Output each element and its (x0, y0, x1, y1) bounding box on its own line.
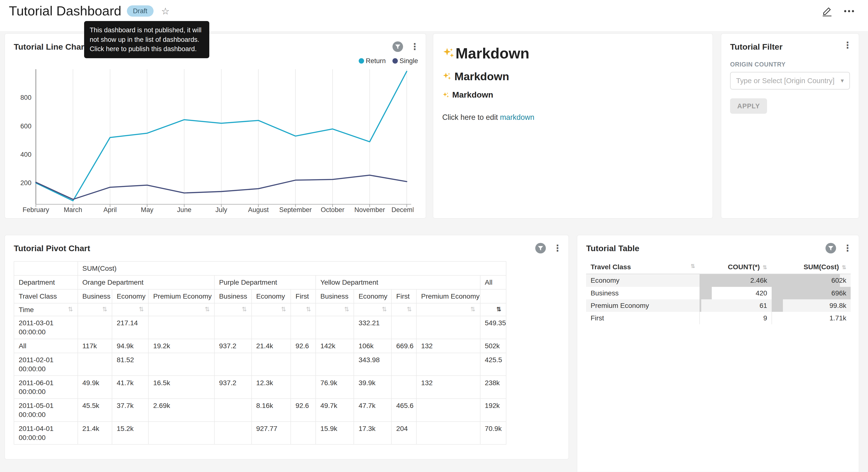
pivot-row-label: 2011-03-0100:00:00 (14, 316, 78, 339)
pivot-value-cell: 937.2 (214, 339, 252, 353)
pivot-value-cell: 47.7k (354, 399, 392, 422)
sort-icon[interactable]: ⇅ (470, 305, 475, 313)
header-actions (822, 6, 859, 17)
sort-icon[interactable]: ⇅ (68, 305, 73, 313)
sparkles-icon (442, 92, 450, 99)
sort-icon[interactable]: ⇅ (690, 263, 695, 269)
select-placeholder: Type or Select [Origin Country] (736, 77, 835, 85)
pivot-value-cell: 15.9k (316, 422, 354, 445)
pivot-value-cell (416, 399, 480, 422)
pivot-value-cell: 94.9k (112, 339, 148, 353)
markdown-link[interactable]: markdown (500, 113, 534, 121)
draft-tooltip[interactable]: This dashboard is not published, it will… (84, 21, 209, 58)
sort-icon[interactable]: ⇅ (306, 305, 311, 313)
pivot-value-cell: 21.4k (78, 422, 112, 445)
origin-country-select[interactable]: Type or Select [Origin Country] ▾ (730, 72, 850, 89)
chart-options-icon[interactable]: ⋮ (553, 244, 562, 253)
markdown-paragraph-text: Click here to edit (442, 113, 500, 121)
sort-icon[interactable]: ⇅ (496, 305, 501, 313)
column-header[interactable]: SUM(Cost)⇅ (772, 260, 851, 274)
pivot-sort-cell: ⇅ (480, 303, 506, 316)
sort-icon[interactable]: ⇅ (763, 264, 767, 270)
pivot-sort-cell: ⇅ (148, 303, 214, 316)
favorite-star-icon[interactable]: ☆ (161, 6, 170, 17)
pivot-value-cell (148, 353, 214, 376)
pivot-value-cell (78, 353, 112, 376)
table-row: First91.71k (586, 312, 850, 324)
pivot-value-cell (252, 353, 291, 376)
sort-icon[interactable]: ⇅ (344, 305, 349, 313)
markdown-h3: Markdown (442, 90, 704, 99)
card-actions: ⋮ (392, 41, 419, 53)
legend-item-return[interactable]: Return (359, 57, 386, 65)
pivot-col-header: Premium Economy (416, 289, 480, 303)
pivot-value-cell: 937.2 (214, 376, 252, 399)
pivot-sort-cell: ⇅ (252, 303, 291, 316)
table-card: Tutorial Table ⋮ Travel Class⇅COUNT(*)⇅S… (577, 235, 859, 472)
pivot-table: SUM(Cost)DepartmentOrange DepartmentPurp… (14, 261, 506, 445)
sort-icon[interactable]: ⇅ (139, 305, 144, 313)
pivot-value-cell: 117k (78, 339, 112, 353)
card-title: Tutorial Pivot Chart (14, 243, 560, 254)
pivot-col-group-header: Orange Department (78, 275, 214, 289)
markdown-h1-text: Markdown (456, 45, 529, 62)
pivot-value-cell: 549.35 (480, 316, 506, 339)
pivot-value-cell: 204 (392, 422, 416, 445)
legend-item-single[interactable]: Single (393, 57, 418, 65)
markdown-h2-text: Markdown (454, 70, 509, 83)
pivot-value-cell (392, 376, 416, 399)
pivot-value-cell (252, 316, 291, 339)
sort-icon[interactable]: ⇅ (407, 305, 412, 313)
filter-indicator-icon[interactable] (535, 242, 547, 254)
svg-text:April: April (103, 206, 117, 213)
svg-text:400: 400 (20, 151, 31, 158)
svg-text:December: December (392, 206, 413, 213)
pivot-value-cell (291, 376, 316, 399)
pivot-col-group-header: Purple Department (214, 275, 316, 289)
more-actions-icon[interactable] (843, 6, 855, 17)
column-header[interactable]: Travel Class⇅ (586, 260, 700, 274)
cell-travel-class: Premium Economy (586, 299, 700, 312)
pivot-sort-cell: ⇅ (214, 303, 252, 316)
pivot-value-cell: 132 (416, 339, 480, 353)
sort-icon[interactable]: ⇅ (382, 305, 387, 313)
sort-icon[interactable]: ⇅ (242, 305, 247, 313)
pivot-value-cell: 2.69k (148, 399, 214, 422)
sort-icon[interactable]: ⇅ (205, 305, 210, 313)
column-header[interactable]: COUNT(*)⇅ (700, 260, 771, 274)
cell-sum: 696k (772, 287, 851, 299)
pivot-value-cell: 332.21 (354, 316, 392, 339)
chart-legend: Return Single (359, 57, 418, 65)
markdown-card[interactable]: Markdown Markdown (433, 33, 713, 218)
chart-options-icon[interactable]: ⋮ (410, 42, 419, 51)
filter-indicator-icon[interactable] (825, 242, 837, 254)
chart-options-icon[interactable]: ⋮ (843, 244, 852, 253)
chart-options-icon[interactable]: ⋮ (843, 41, 852, 50)
pivot-sort-cell: ⇅ (112, 303, 148, 316)
pivot-row: 2011-04-0100:00:0021.4k15.2k927.7715.9k1… (14, 422, 506, 445)
sparkles-icon (442, 72, 452, 81)
svg-text:March: March (64, 206, 82, 213)
sort-icon[interactable]: ⇅ (842, 264, 846, 270)
pivot-value-cell (392, 316, 416, 339)
sort-icon[interactable]: ⇅ (281, 305, 286, 313)
cell-count: 420 (700, 287, 771, 299)
pivot-value-cell (214, 422, 252, 445)
line-chart-card: Tutorial Line Chart ⋮ Return Single (4, 33, 426, 218)
edit-dashboard-icon[interactable] (822, 6, 833, 17)
svg-text:July: July (215, 206, 227, 213)
pivot-value-cell (291, 422, 316, 445)
sort-icon[interactable]: ⇅ (102, 305, 107, 313)
pivot-value-cell (214, 353, 252, 376)
pivot-row-label: 2011-04-0100:00:00 (14, 422, 78, 445)
pivot-value-cell: 39.9k (354, 376, 392, 399)
apply-button[interactable]: APPLY (730, 98, 767, 114)
pivot-value-cell: 21.4k (252, 339, 291, 353)
filter-indicator-icon[interactable] (392, 41, 404, 53)
pivot-value-cell: 106k (354, 339, 392, 353)
svg-text:February: February (23, 206, 50, 213)
draft-badge[interactable]: Draft (127, 5, 154, 17)
pivot-row: 2011-03-0100:00:00217.14332.21549.35 (14, 316, 506, 339)
cell-count: 9 (700, 312, 771, 324)
pivot-sort-cell: ⇅ (392, 303, 416, 316)
